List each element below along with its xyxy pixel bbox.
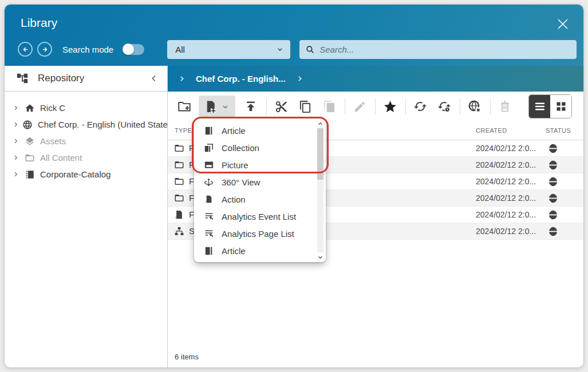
publish-status-icon xyxy=(548,144,558,153)
scroll-down-icon[interactable] xyxy=(316,253,325,261)
publish-scheduled-button[interactable] xyxy=(435,96,454,117)
toolbar-separator xyxy=(405,98,406,114)
folder-icon xyxy=(24,152,35,163)
edit-button[interactable] xyxy=(350,96,369,117)
sidebar-item-rick-c[interactable]: Rick C xyxy=(5,100,167,116)
sidebar-item-chef-corp[interactable]: Chef Corp. - English (United States) xyxy=(5,116,167,133)
copy-icon xyxy=(299,100,312,113)
menu-item-label: Picture xyxy=(222,160,248,170)
sidebar-item-all-content[interactable]: All Content xyxy=(5,149,167,166)
collection-icon xyxy=(203,143,214,153)
chevron-right-icon[interactable] xyxy=(13,105,21,111)
upload-icon xyxy=(244,100,258,113)
row-created: 2024/02/12 2:0... xyxy=(476,144,536,153)
menu-item-collection[interactable]: Collection xyxy=(194,139,326,156)
row-created: 2024/02/12 2:0... xyxy=(476,193,536,203)
paste-button[interactable] xyxy=(319,96,339,117)
list-view-icon xyxy=(533,100,547,113)
star-icon xyxy=(383,100,397,114)
menu-item-360-view[interactable]: 360° View xyxy=(194,173,326,191)
sitemap-icon xyxy=(174,226,184,236)
column-header-status[interactable]: STATUS xyxy=(546,127,571,134)
back-button[interactable] xyxy=(18,42,33,57)
pencil-icon xyxy=(353,100,366,113)
breadcrumb: Chef Corp. - English... xyxy=(168,66,583,92)
chevron-right-icon[interactable] xyxy=(296,75,303,82)
chevron-right-icon[interactable] xyxy=(13,138,21,144)
publish-status-icon xyxy=(548,193,558,203)
scrollbar-thumb[interactable] xyxy=(317,128,323,180)
copy-button[interactable] xyxy=(295,96,315,117)
folder-icon xyxy=(174,193,184,203)
rotation-icon xyxy=(203,177,214,188)
favorite-button[interactable] xyxy=(380,96,400,117)
publish-status-icon xyxy=(548,160,558,170)
grid-view-button[interactable] xyxy=(550,95,571,118)
collapse-sidebar-icon[interactable] xyxy=(149,73,159,84)
folder-icon xyxy=(174,176,184,187)
menu-item-article[interactable]: Article xyxy=(194,122,326,139)
chevron-down-icon xyxy=(220,102,230,112)
filter-select[interactable]: All xyxy=(167,40,290,59)
chevron-down-icon xyxy=(275,45,285,54)
scroll-up-icon[interactable] xyxy=(316,120,325,128)
chevron-right-icon[interactable] xyxy=(13,155,21,161)
trash-icon xyxy=(498,100,512,113)
cut-button[interactable] xyxy=(271,96,291,117)
sidebar-item-label: Rick C xyxy=(40,103,65,113)
chevron-right-icon[interactable] xyxy=(178,75,186,82)
repository-tree-icon xyxy=(16,72,29,85)
sidebar: Repository Rick C Chef Corp. - English (… xyxy=(5,66,168,367)
search-input[interactable] xyxy=(319,45,571,54)
list-view-button[interactable] xyxy=(529,95,550,118)
breadcrumb-item[interactable]: Chef Corp. - English... xyxy=(196,74,286,84)
unpublish-button[interactable] xyxy=(465,96,484,117)
upload-button[interactable] xyxy=(241,96,261,117)
close-icon xyxy=(555,17,570,31)
column-header-type[interactable]: TYPE xyxy=(175,127,192,134)
sidebar-item-label: All Content xyxy=(40,153,82,163)
picture-icon xyxy=(203,160,214,171)
dialog-header: Library Search mode All xyxy=(5,5,583,66)
close-button[interactable] xyxy=(555,16,571,32)
chevron-right-icon[interactable] xyxy=(13,121,19,128)
menu-item-label: Article xyxy=(222,126,246,136)
new-folder-button[interactable] xyxy=(175,96,194,117)
menu-item-label: Collection xyxy=(222,143,259,153)
menu-item-action[interactable]: Action xyxy=(194,191,326,208)
sidebar-item-assets[interactable]: Assets xyxy=(5,133,167,149)
toolbar-separator xyxy=(460,98,460,114)
delete-button[interactable] xyxy=(495,96,515,117)
menu-item-picture[interactable]: Picture xyxy=(194,156,326,173)
view-toggle xyxy=(528,94,572,118)
library-dialog: Library Search mode All xyxy=(5,5,583,367)
search-icon xyxy=(305,45,315,54)
analytics-list-icon xyxy=(203,228,214,239)
chevron-right-icon[interactable] xyxy=(13,171,21,177)
toolbar xyxy=(168,92,583,121)
sidebar-item-corporate-catalog[interactable]: Corporate-Catalog xyxy=(5,166,167,183)
menu-item-analytics-page-list[interactable]: Analytics Page List xyxy=(194,225,326,242)
scrollbar-track[interactable] xyxy=(317,128,323,252)
article-icon xyxy=(203,125,214,136)
forward-button[interactable] xyxy=(37,42,52,57)
menu-item-label: Analytics Page List xyxy=(222,229,294,239)
sidebar-title: Repository xyxy=(38,73,149,84)
toolbar-separator xyxy=(375,98,376,114)
cut-icon xyxy=(275,100,288,113)
publish-button[interactable] xyxy=(411,96,430,117)
toggle-knob xyxy=(123,43,134,55)
new-content-icon xyxy=(204,100,218,114)
new-content-button[interactable] xyxy=(199,96,235,117)
publish-status-icon xyxy=(548,227,558,236)
globe-x-icon xyxy=(467,99,482,114)
filter-select-value: All xyxy=(175,45,185,54)
column-header-created[interactable]: CREATED xyxy=(476,127,507,134)
row-created: 2024/02/12 2:0... xyxy=(476,210,536,219)
menu-item-article-2[interactable]: Article xyxy=(194,242,326,259)
home-icon xyxy=(24,102,35,113)
menu-item-analytics-event-list[interactable]: Analytics Event List xyxy=(194,208,326,225)
dropdown-scrollbar xyxy=(316,120,325,261)
sidebar-item-label: Corporate-Catalog xyxy=(40,169,111,179)
search-mode-toggle[interactable] xyxy=(123,44,144,55)
